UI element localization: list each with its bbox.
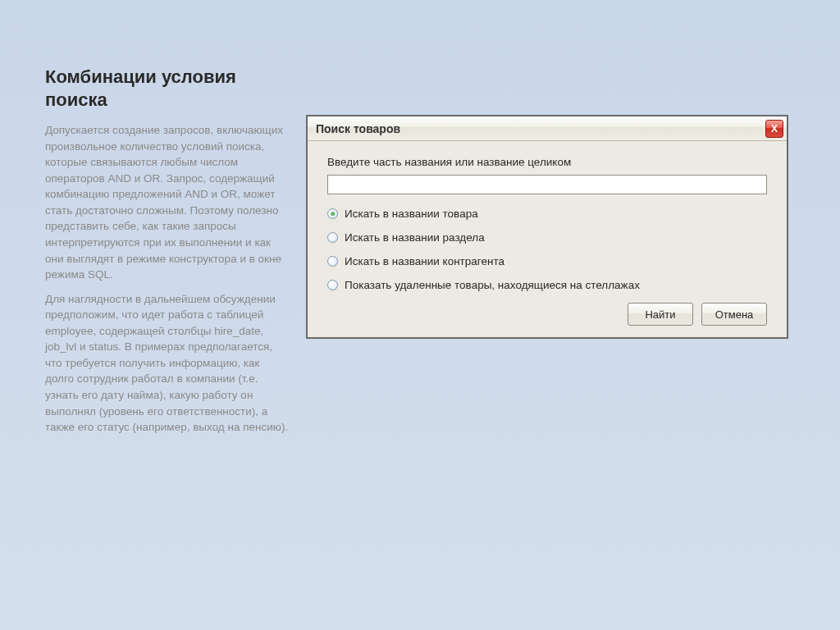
- body-paragraph-1: Допускается создание запросов, включающи…: [45, 122, 291, 283]
- radio-icon: [327, 280, 338, 290]
- radio-label: Показать удаленные товары, находящиеся н…: [345, 279, 640, 291]
- close-icon: X: [771, 123, 778, 135]
- search-dialog: Поиск товаров X Введите часть названия и…: [306, 115, 788, 339]
- dialog-title: Поиск товаров: [316, 122, 400, 135]
- search-input[interactable]: [327, 175, 767, 194]
- radio-option-product-name[interactable]: Искать в названии товара: [327, 208, 767, 220]
- radio-icon: [327, 232, 338, 243]
- slide-title: Комбинации условия поиска: [45, 66, 291, 111]
- radio-label: Искать в названии товара: [345, 208, 478, 220]
- radio-option-section-name[interactable]: Искать в названии раздела: [327, 231, 767, 244]
- cancel-button[interactable]: Отмена: [701, 303, 767, 326]
- radio-option-counterparty-name[interactable]: Искать в названии контрагента: [327, 255, 767, 267]
- radio-icon: [327, 256, 338, 267]
- body-paragraph-2: Для наглядности в дальнейшем обсуждении …: [45, 291, 291, 436]
- dialog-titlebar[interactable]: Поиск товаров X: [308, 116, 787, 141]
- radio-option-deleted-on-shelves[interactable]: Показать удаленные товары, находящиеся н…: [327, 279, 767, 291]
- find-button[interactable]: Найти: [628, 303, 693, 326]
- radio-label: Искать в названии контрагента: [345, 255, 504, 267]
- close-button[interactable]: X: [765, 120, 783, 138]
- radio-label: Искать в названии раздела: [345, 231, 485, 244]
- input-label: Введите часть названия или название цели…: [327, 156, 767, 168]
- radio-icon: [327, 208, 338, 219]
